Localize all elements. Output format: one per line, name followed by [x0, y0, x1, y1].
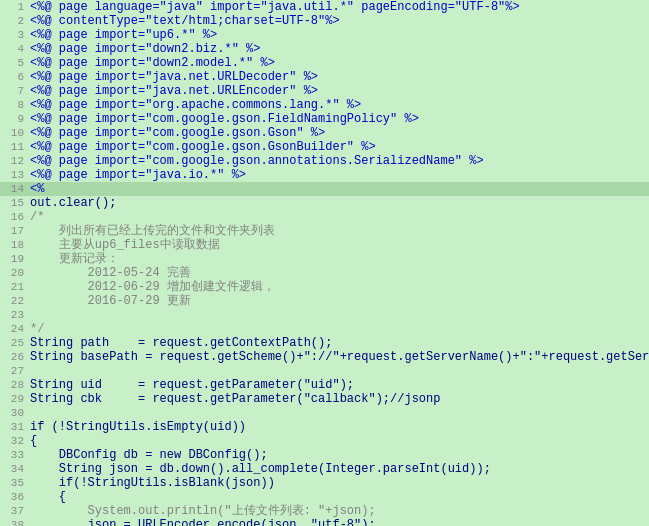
line-number: 12	[0, 154, 28, 168]
table-row: 13<%@ page import="java.io.*" %>	[0, 168, 649, 182]
table-row: 1<%@ page language="java" import="java.u…	[0, 0, 649, 14]
table-row: 24*/	[0, 322, 649, 336]
line-content: if(!StringUtils.isBlank(json))	[28, 476, 649, 490]
line-content: System.out.println("上传文件列表: "+json);	[28, 504, 649, 518]
table-row: 15out.clear();	[0, 196, 649, 210]
table-row: 35 if(!StringUtils.isBlank(json))	[0, 476, 649, 490]
line-number: 1	[0, 0, 28, 14]
code-editor: 1<%@ page language="java" import="java.u…	[0, 0, 649, 526]
table-row: 17 列出所有已经上传完的文件和文件夹列表	[0, 224, 649, 238]
table-row: 26String basePath = request.getScheme()+…	[0, 350, 649, 364]
line-number: 2	[0, 14, 28, 28]
line-number: 24	[0, 322, 28, 336]
table-row: 34 String json = db.down().all_complete(…	[0, 462, 649, 476]
line-content: <%@ page import="java.net.URLDecoder" %>	[28, 70, 649, 84]
table-row: 21 2012-06-29 增加创建文件逻辑，	[0, 280, 649, 294]
table-row: 12<%@ page import="com.google.gson.annot…	[0, 154, 649, 168]
line-content: json = URLEncoder.encode(json, "utf-8");	[28, 518, 649, 526]
line-number: 5	[0, 56, 28, 70]
table-row: 27	[0, 364, 649, 378]
table-row: 28String uid = request.getParameter("uid…	[0, 378, 649, 392]
line-number: 33	[0, 448, 28, 462]
table-row: 36 {	[0, 490, 649, 504]
line-content: String cbk = request.getParameter("callb…	[28, 392, 649, 406]
line-number: 6	[0, 70, 28, 84]
line-number: 38	[0, 518, 28, 526]
table-row: 3<%@ page import="up6.*" %>	[0, 28, 649, 42]
line-number: 19	[0, 252, 28, 266]
table-row: 7<%@ page import="java.net.URLEncoder" %…	[0, 84, 649, 98]
line-content: String json = db.down().all_complete(Int…	[28, 462, 649, 476]
line-content: 2012-05-24 完善	[28, 266, 649, 280]
line-content: {	[28, 434, 649, 448]
line-number: 32	[0, 434, 28, 448]
line-number: 22	[0, 294, 28, 308]
table-row: 25String path = request.getContextPath()…	[0, 336, 649, 350]
line-content: <%	[28, 182, 649, 196]
line-number: 37	[0, 504, 28, 518]
table-row: 32{	[0, 434, 649, 448]
line-number: 25	[0, 336, 28, 350]
line-content: <%@ page import="down2.model.*" %>	[28, 56, 649, 70]
table-row: 8<%@ page import="org.apache.commons.lan…	[0, 98, 649, 112]
table-row: 29String cbk = request.getParameter("cal…	[0, 392, 649, 406]
line-content	[28, 406, 649, 420]
line-content: if (!StringUtils.isEmpty(uid))	[28, 420, 649, 434]
line-content: <%@ contentType="text/html;charset=UTF-8…	[28, 14, 649, 28]
line-content: 主要从up6_files中读取数据	[28, 238, 649, 252]
line-content: */	[28, 322, 649, 336]
line-content: <%@ page import="com.google.gson.FieldNa…	[28, 112, 649, 126]
table-row: 18 主要从up6_files中读取数据	[0, 238, 649, 252]
line-number: 18	[0, 238, 28, 252]
line-content: <%@ page import="down2.biz.*" %>	[28, 42, 649, 56]
table-row: 6<%@ page import="java.net.URLDecoder" %…	[0, 70, 649, 84]
line-number: 11	[0, 140, 28, 154]
table-row: 22 2016-07-29 更新	[0, 294, 649, 308]
line-content: /*	[28, 210, 649, 224]
line-number: 14	[0, 182, 28, 196]
table-row: 33 DBConfig db = new DBConfig();	[0, 448, 649, 462]
table-row: 19 更新记录：	[0, 252, 649, 266]
line-content: 列出所有已经上传完的文件和文件夹列表	[28, 224, 649, 238]
table-row: 9<%@ page import="com.google.gson.FieldN…	[0, 112, 649, 126]
line-number: 23	[0, 308, 28, 322]
table-row: 14<%	[0, 182, 649, 196]
line-number: 27	[0, 364, 28, 378]
table-row: 38 json = URLEncoder.encode(json, "utf-8…	[0, 518, 649, 526]
line-content: <%@ page import="up6.*" %>	[28, 28, 649, 42]
line-content: String path = request.getContextPath();	[28, 336, 649, 350]
line-number: 10	[0, 126, 28, 140]
line-content: <%@ page import="java.net.URLEncoder" %>	[28, 84, 649, 98]
line-content: 2016-07-29 更新	[28, 294, 649, 308]
line-content: 2012-06-29 增加创建文件逻辑，	[28, 280, 649, 294]
line-content: String uid = request.getParameter("uid")…	[28, 378, 649, 392]
line-content: DBConfig db = new DBConfig();	[28, 448, 649, 462]
table-row: 37 System.out.println("上传文件列表: "+json);	[0, 504, 649, 518]
table-row: 20 2012-05-24 完善	[0, 266, 649, 280]
line-content	[28, 364, 649, 378]
table-row: 30	[0, 406, 649, 420]
line-content: out.clear();	[28, 196, 649, 210]
line-content: <%@ page import="com.google.gson.GsonBui…	[28, 140, 649, 154]
code-table: 1<%@ page language="java" import="java.u…	[0, 0, 649, 526]
line-number: 7	[0, 84, 28, 98]
line-content: <%@ page import="java.io.*" %>	[28, 168, 649, 182]
line-content: String basePath = request.getScheme()+":…	[28, 350, 649, 364]
line-number: 17	[0, 224, 28, 238]
table-row: 5<%@ page import="down2.model.*" %>	[0, 56, 649, 70]
line-number: 21	[0, 280, 28, 294]
line-content: 更新记录：	[28, 252, 649, 266]
line-content: <%@ page import="com.google.gson.Gson" %…	[28, 126, 649, 140]
table-row: 11<%@ page import="com.google.gson.GsonB…	[0, 140, 649, 154]
line-number: 20	[0, 266, 28, 280]
line-number: 8	[0, 98, 28, 112]
line-number: 31	[0, 420, 28, 434]
table-row: 2<%@ contentType="text/html;charset=UTF-…	[0, 14, 649, 28]
line-content: {	[28, 490, 649, 504]
line-number: 36	[0, 490, 28, 504]
table-row: 16/*	[0, 210, 649, 224]
line-number: 29	[0, 392, 28, 406]
line-number: 28	[0, 378, 28, 392]
line-number: 13	[0, 168, 28, 182]
line-number: 16	[0, 210, 28, 224]
